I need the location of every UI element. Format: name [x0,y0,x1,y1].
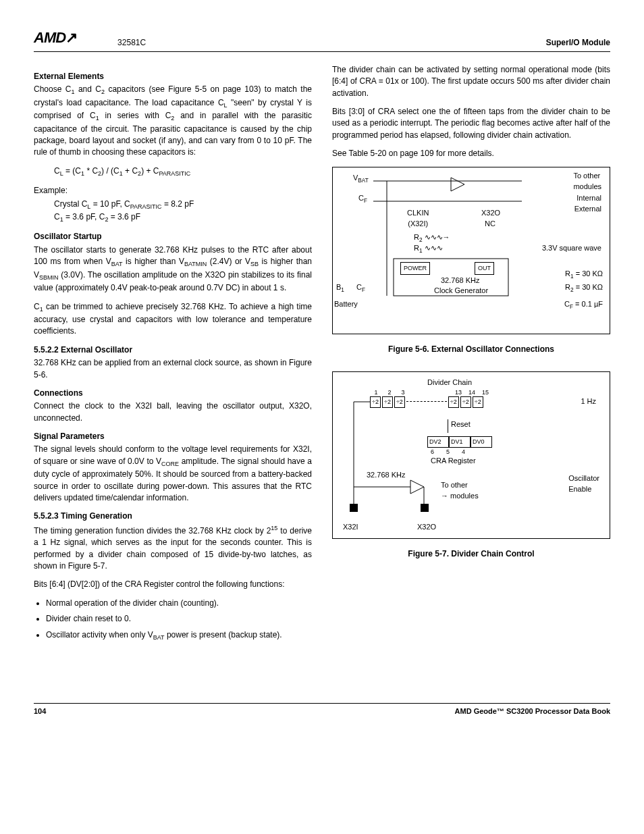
left-column: External Elements Choose C1 and C2 capac… [34,64,312,649]
figure-5-6-lines [333,167,610,334]
page-footer: 104 AMD Geode™ SC3200 Processor Data Boo… [34,703,610,717]
list-item: Divider chain reset to 0. [46,613,312,625]
vendor-logo: AMD↗ [34,27,77,49]
page-number: 104 [34,706,46,717]
para-r3: See Table 5-20 on page 109 for more deta… [332,148,610,159]
para-r1: The divider chain can be activated by se… [332,64,610,99]
heading-osc-startup: Oscillator Startup [34,231,312,242]
page-header: AMD↗ 32581C SuperI/O Module [34,27,610,52]
figure-5-7-caption: Figure 5-7. Divider Chain Control [332,548,610,560]
para-os2: C1 can be trimmed to achieve precisely 3… [34,301,312,338]
cra-functions-list: Normal operation of the divider chain (c… [46,598,312,642]
svg-marker-4 [451,178,464,191]
para-tg2: Bits [6:4] (DV[2:0]) of the CRA Register… [34,579,312,590]
svg-marker-9 [410,480,424,494]
heading-sigparam: Signal Parameters [34,431,312,442]
para-ee1: Choose C1 and C2 capacitors (see Figure … [34,84,312,158]
example-line2: C1 = 3.6 pF, C2 = 3.6 pF [54,211,312,224]
body-columns: External Elements Choose C1 and C2 capac… [34,64,610,649]
heading-timing: 5.5.2.3 Timing Generation [34,511,312,522]
figure-5-6-caption: Figure 5-6. External Oscillator Connecti… [332,344,610,355]
svg-rect-3 [394,259,508,296]
para-conn: Connect the clock to the X32I ball, leav… [34,400,312,424]
heading-connections: Connections [34,388,312,399]
book-title: AMD Geode™ SC3200 Processor Data Book [455,706,610,717]
heading-external-elements: External Elements [34,71,312,82]
load-capacitance-formula: CL = (C1 * C2) / (C1 + C2) + CPARASITIC [54,165,312,178]
module-title: SuperI/O Module [546,37,610,49]
para-os1: The oscillator starts to generate 32.768… [34,244,312,294]
para-sig: The signal levels should conform to the … [34,444,312,504]
document-number: 32581C [117,37,146,49]
svg-rect-5 [350,504,358,512]
example-line1: Crystal CL = 10 pF, CPARASITIC = 8.2 pF [54,199,312,211]
heading-ext-osc: 5.5.2.2 External Oscillator [34,344,312,356]
example-label: Example: [34,185,312,197]
list-item: Normal operation of the divider chain (c… [46,598,312,609]
svg-rect-6 [421,504,429,512]
para-eo1: 32.768 KHz can be applied from an extern… [34,357,312,381]
para-tg1: The timing generation function divides t… [34,524,312,573]
list-item: Oscillator activity when only VBAT power… [46,629,312,642]
figure-5-6-diagram: VBAT To othermodules Internal External C… [332,167,610,334]
para-r2: Bits [3:0] of CRA select one the of fift… [332,106,610,141]
right-column: The divider chain can be activated by se… [332,64,610,649]
figure-5-7-diagram: Divider Chain 1 2 3 13 14 15 ÷2÷2÷2 ÷2÷2… [332,371,610,539]
